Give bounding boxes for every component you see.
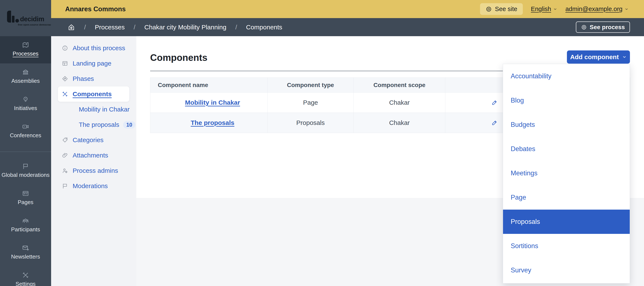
dropdown-item-survey[interactable]: Survey: [503, 258, 630, 283]
breadcrumb: / Processes / Chakar city Mobility Plann…: [68, 23, 282, 31]
chevron-down-icon: [624, 7, 629, 11]
chevron-down-icon: [553, 7, 557, 11]
eye-icon: [581, 24, 587, 30]
video-icon: [22, 123, 29, 130]
dropdown-item-debates[interactable]: Debates: [503, 137, 630, 161]
sidebar-item-label: Global moderations: [2, 172, 50, 178]
sidebar-item-participants[interactable]: Participants: [0, 212, 51, 239]
flag-icon: [62, 183, 68, 189]
sidebar-item-conferences[interactable]: Conferences: [0, 118, 51, 145]
menu-item-components[interactable]: Components: [58, 86, 129, 102]
sidebar-item-label: Pages: [18, 199, 34, 206]
breadcrumb-process-name[interactable]: Chakar city Mobility Planning: [144, 24, 226, 31]
sidebar-item-settings[interactable]: Settings: [0, 267, 51, 286]
dropdown-item-budgets[interactable]: Budgets: [503, 113, 630, 137]
menu-item-label: Mobility in Chakar: [79, 106, 130, 113]
add-component-label: Add component: [570, 53, 619, 61]
sidebar-item-label: Settings: [16, 281, 36, 286]
dropdown-item-proposals[interactable]: Proposals: [503, 210, 630, 234]
dropdown-item-page[interactable]: Page: [503, 185, 630, 210]
layout-icon: [62, 60, 68, 67]
breadcrumb-bar: / Processes / Chakar city Mobility Plann…: [51, 18, 644, 36]
sidebar-item-processes[interactable]: Processes: [0, 36, 51, 63]
account-dropdown[interactable]: admin@example.org: [566, 5, 629, 12]
menu-item-attachments[interactable]: Attachments: [51, 148, 136, 163]
menu-item-categories[interactable]: Categories: [51, 132, 136, 148]
decidim-logo[interactable]: decidim: [7, 11, 44, 22]
menu-item-label: Attachments: [72, 152, 108, 159]
menu-item-label: Process admins: [72, 167, 118, 174]
see-site-button[interactable]: See site: [480, 3, 523, 15]
component-type-cell: Page: [268, 93, 354, 113]
menu-item-label: The proposals: [79, 121, 119, 128]
chevron-down-icon: [622, 55, 627, 59]
component-link[interactable]: Mobility in Chakar: [185, 99, 240, 106]
organization-title: Annares Commons: [65, 5, 126, 13]
menu-item-landing-page[interactable]: Landing page: [51, 56, 136, 71]
dropdown-item-meetings[interactable]: Meetings: [503, 161, 630, 185]
header-component-type: Component type: [268, 78, 354, 93]
sidebar-item-assemblies[interactable]: Assemblies: [0, 63, 51, 91]
menu-item-label: Categories: [72, 136, 104, 144]
sidebar-item-global-moderations[interactable]: Global moderations: [0, 157, 51, 185]
sidebar-item-label: Newsletters: [11, 254, 40, 260]
menu-item-label: Components: [72, 90, 112, 98]
breadcrumb-separator: /: [134, 24, 135, 31]
add-component-dropdown: Accountability Blog Budgets Debates Meet…: [503, 64, 630, 284]
edit-pencil-icon[interactable]: [491, 99, 498, 106]
see-site-label: See site: [495, 5, 517, 12]
component-scope-cell: Chakar: [354, 113, 445, 133]
browser-icon: [22, 190, 29, 197]
logo-shape: [7, 11, 11, 22]
language-label: English: [531, 5, 551, 12]
tools-icon: [62, 91, 68, 97]
menu-item-label: Landing page: [72, 60, 112, 67]
edit-pencil-icon[interactable]: [491, 119, 498, 126]
logo-shape: [12, 16, 14, 22]
main-sidebar: Processes Assemblies Initiatives Confere…: [0, 36, 51, 286]
breadcrumb-components[interactable]: Components: [246, 24, 282, 31]
language-dropdown[interactable]: English: [531, 5, 557, 12]
phases-icon: [62, 75, 68, 82]
dropdown-item-sortitions[interactable]: Sortitions: [503, 234, 630, 258]
count-badge: 10: [123, 121, 136, 129]
paperclip-icon: [62, 152, 68, 159]
menu-item-phases[interactable]: Phases: [51, 71, 136, 86]
logo-dot: [15, 19, 19, 22]
sidebar-item-pages[interactable]: Pages: [0, 185, 51, 212]
lightbulb-icon: [22, 96, 29, 103]
menu-item-mobility-in-chakar[interactable]: Mobility in Chakar: [51, 102, 136, 117]
menu-item-process-admins[interactable]: Process admins: [51, 163, 136, 178]
menu-item-about[interactable]: About this process: [51, 40, 136, 56]
breadcrumb-separator: /: [235, 24, 237, 31]
header-component-name: Component name: [150, 78, 268, 93]
bank-icon: [22, 68, 29, 76]
mail-plus-icon: [22, 244, 29, 252]
see-process-label: See process: [590, 24, 625, 31]
breadcrumb-processes[interactable]: Processes: [95, 24, 124, 31]
logo-tagline: free open-source democracy: [18, 23, 52, 26]
header-component-scope: Component scope: [354, 78, 445, 93]
menu-item-moderations[interactable]: Moderations: [51, 178, 136, 194]
topbar-actions: See site English admin@example.org: [480, 0, 629, 18]
menu-item-the-proposals[interactable]: The proposals 10: [51, 117, 136, 132]
sidebar-item-label: Processes: [12, 50, 38, 57]
add-component-button[interactable]: Add component: [567, 50, 630, 64]
home-icon[interactable]: [68, 23, 75, 31]
component-scope-cell: Chakar: [354, 93, 445, 113]
dropdown-item-accountability[interactable]: Accountability: [503, 64, 630, 88]
sidebar-item-initiatives[interactable]: Initiatives: [0, 91, 51, 118]
logo-area: decidim free open-source democracy: [0, 0, 51, 36]
eye-icon: [486, 6, 492, 12]
map-icon: [22, 41, 29, 48]
menu-item-label: Phases: [72, 75, 94, 82]
see-process-button[interactable]: See process: [576, 21, 630, 33]
page-title: Components: [150, 52, 630, 64]
component-link[interactable]: The proposals: [190, 119, 234, 126]
component-type-cell: Proposals: [268, 113, 354, 133]
sidebar-item-newsletters[interactable]: Newsletters: [0, 239, 51, 267]
dropdown-item-blog[interactable]: Blog: [503, 88, 630, 113]
process-menu: About this process Landing page Phases C…: [51, 36, 136, 286]
info-icon: [62, 45, 68, 51]
top-bar: Annares Commons See site English admin@e…: [51, 0, 644, 18]
